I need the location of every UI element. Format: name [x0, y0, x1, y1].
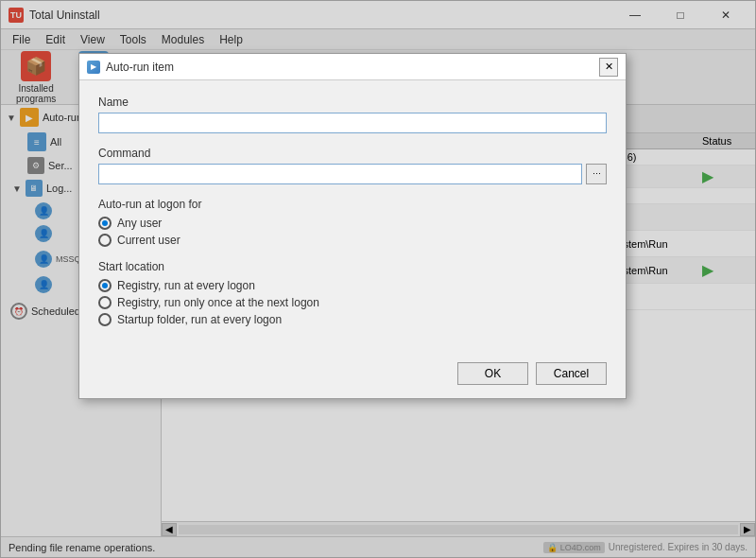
radio-startup-label: Startup folder, run at every logon — [117, 313, 282, 326]
radio-startup-circle — [98, 313, 112, 326]
dialog-autorun: ▶ Auto-run item ✕ Name Command — [78, 53, 627, 399]
main-window: TU Total Uninstall — □ ✕ File Edit View … — [0, 0, 756, 558]
radio-any-circle — [98, 217, 112, 230]
dialog-title: Auto-run item — [106, 61, 174, 74]
cancel-button[interactable]: Cancel — [536, 362, 607, 385]
dialog-title-left: ▶ Auto-run item — [87, 61, 174, 74]
radio-reg-every-label: Registry, run at every logon — [117, 279, 255, 292]
radio-any-user[interactable]: Any user — [98, 217, 607, 230]
radio-reg-once-circle — [98, 296, 112, 309]
dialog-icon: ▶ — [87, 61, 100, 74]
command-input[interactable] — [98, 164, 582, 184]
radio-registry-every[interactable]: Registry, run at every logon — [98, 279, 607, 292]
radio-startup-folder[interactable]: Startup folder, run at every logon — [98, 313, 607, 326]
radio-current-user[interactable]: Current user — [98, 234, 607, 247]
dialog-title-bar: ▶ Auto-run item ✕ — [79, 54, 626, 80]
command-label: Command — [98, 147, 607, 160]
dialog-footer: OK Cancel — [79, 355, 626, 398]
browse-button[interactable]: ⋯ — [586, 164, 607, 184]
dialog-body: Name Command ⋯ Auto-run at logon for — [79, 80, 626, 355]
radio-any-label: Any user — [117, 217, 162, 230]
start-location-radio-group: Start location Registry, run at every lo… — [98, 260, 607, 326]
radio-current-label: Current user — [117, 234, 180, 247]
autorun-group-title: Auto-run at logon for — [98, 198, 607, 211]
modal-overlay: ▶ Auto-run item ✕ Name Command — [1, 1, 755, 557]
start-location-title: Start location — [98, 260, 607, 273]
ok-button[interactable]: OK — [457, 362, 528, 385]
autorun-radio-group: Auto-run at logon for Any user Current u… — [98, 198, 607, 247]
radio-reg-once-label: Registry, run only once at the next logo… — [117, 296, 319, 309]
command-field-row: ⋯ — [98, 164, 607, 184]
radio-registry-once[interactable]: Registry, run only once at the next logo… — [98, 296, 607, 309]
name-label: Name — [98, 96, 607, 109]
radio-reg-every-circle — [98, 279, 112, 292]
dialog-close-button[interactable]: ✕ — [599, 58, 618, 77]
name-field-group: Name — [98, 96, 607, 133]
name-field-row — [98, 113, 607, 133]
command-field-group: Command ⋯ — [98, 147, 607, 184]
radio-current-circle — [98, 234, 112, 247]
name-input[interactable] — [98, 113, 607, 133]
